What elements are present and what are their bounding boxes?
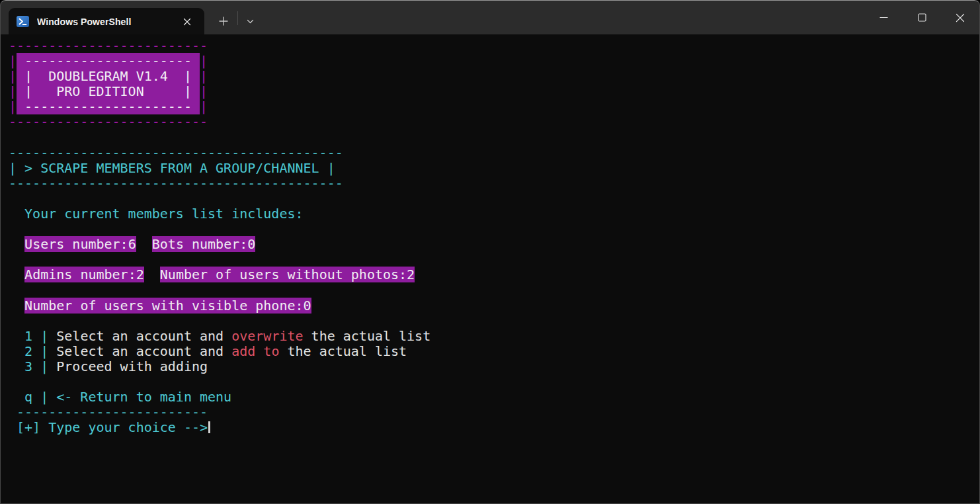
terminal-text-segment: | (9, 53, 17, 69)
terminal-output: -------------------------| -------------… (9, 38, 979, 435)
close-icon (183, 18, 191, 26)
terminal-text-segment: Bots number:0 (152, 236, 256, 252)
tabbar-separator (237, 11, 238, 25)
terminal-text-segment: | PRO EDITION | (17, 83, 200, 99)
terminal-text-segment: the actual list (279, 343, 407, 359)
members-list-heading: Your current members list includes: (9, 206, 979, 222)
banner-border-top: ------------------------- (9, 38, 979, 54)
terminal-text-segment: ------------------------- (9, 114, 208, 130)
terminal-text-segment: ------------------------- (9, 38, 208, 54)
header-border: ----------------------------------------… (9, 146, 979, 161)
tab-dropdown-button[interactable] (241, 12, 259, 30)
terminal-text-segment: 2 | (24, 343, 48, 359)
terminal-text-segment: Admins number:2 (24, 267, 144, 282)
close-icon (956, 13, 965, 22)
header-title: | > SCRAPE MEMBERS FROM A GROUP/CHANNEL … (9, 161, 979, 176)
terminal-text-segment: ------------------------ (9, 404, 208, 420)
menu-option-q: q | <- Return to main menu (9, 390, 979, 405)
blank-line (9, 130, 979, 146)
terminal-text-segment: [+] Type your choice --> (9, 419, 208, 435)
banner-title: | | DOUBLEGRAM V1.4 | | (9, 69, 979, 84)
blank-line (9, 283, 979, 298)
tab-close-button[interactable] (178, 13, 196, 31)
terminal-text-segment: ----------------------------------------… (9, 145, 343, 161)
maximize-button[interactable] (903, 1, 941, 34)
terminal-text-segment (9, 328, 24, 344)
terminal-text-segment: overwrite (231, 328, 303, 344)
stats-admins-photos: Admins number:2 Number of users without … (9, 267, 979, 282)
terminal-text-segment: | > SCRAPE MEMBERS FROM A GROUP/CHANNEL … (9, 160, 335, 176)
terminal-text-segment (136, 236, 152, 252)
blank-line (9, 252, 979, 267)
terminal[interactable]: -------------------------| -------------… (1, 34, 979, 503)
chevron-down-icon (246, 17, 255, 26)
new-tab-button[interactable] (214, 12, 233, 30)
terminal-text-segment: Number of users with visible phone:0 (24, 298, 311, 314)
menu-option-3: 3 | Proceed with adding (9, 359, 979, 374)
prompt-line: [+] Type your choice --> (9, 420, 979, 435)
terminal-text-segment: Your current members list includes: (9, 206, 304, 222)
stats-phone: Number of users with visible phone:0 (9, 298, 979, 314)
banner-row: | --------------------- | (9, 99, 979, 114)
terminal-text-segment: | (200, 53, 208, 69)
menu-option-2: 2 | Select an account and add to the act… (9, 344, 979, 359)
terminal-text-segment: | (9, 99, 17, 114)
terminal-text-segment: Number of users without photos:2 (160, 267, 415, 282)
blank-line (9, 191, 979, 206)
window-controls (864, 1, 979, 34)
maximize-icon (918, 13, 926, 22)
blank-line (9, 222, 979, 237)
terminal-window: Windows PowerShell (0, 0, 980, 504)
terminal-text-segment: Users number:6 (24, 236, 136, 252)
terminal-text-segment (9, 358, 24, 374)
terminal-text-segment (144, 267, 160, 282)
text-cursor (208, 421, 210, 433)
plus-icon (219, 17, 228, 26)
terminal-text-segment: | (200, 83, 208, 99)
terminal-text-segment: | DOUBLEGRAM V1.4 | (17, 68, 200, 84)
terminal-text-segment (9, 298, 24, 314)
terminal-text-segment: | (9, 68, 17, 84)
terminal-text-segment: --------------------- (17, 53, 200, 69)
terminal-text-segment: add to (231, 343, 279, 359)
title-bar: Windows PowerShell (1, 0, 979, 34)
header-border: ----------------------------------------… (9, 176, 979, 191)
terminal-text-segment: 1 | (24, 328, 48, 344)
banner-border-bottom: ------------------------- (9, 114, 979, 130)
terminal-text-segment: | (9, 83, 17, 99)
tab-windows-powershell[interactable]: Windows PowerShell (9, 8, 204, 35)
terminal-text-segment: 3 | (24, 358, 48, 374)
terminal-text-segment: | (200, 99, 208, 114)
menu-option-1: 1 | Select an account and overwrite the … (9, 329, 979, 344)
terminal-text-segment: q | <- Return to main menu (9, 389, 231, 405)
minimize-icon (879, 13, 888, 22)
blank-line (9, 314, 979, 329)
terminal-text-segment (9, 236, 24, 252)
terminal-text-segment: Select an account and (48, 328, 231, 344)
terminal-text-segment: Select an account and (48, 343, 231, 359)
terminal-text-segment (9, 343, 24, 359)
tab-title: Windows PowerShell (37, 17, 178, 27)
terminal-text-segment: the actual list (304, 328, 431, 344)
blank-line (9, 374, 979, 390)
terminal-text-segment: | (200, 68, 208, 84)
terminal-text-segment (9, 267, 24, 282)
close-button[interactable] (941, 1, 979, 34)
minimize-button[interactable] (864, 1, 903, 34)
banner-subtitle: | | PRO EDITION | | (9, 84, 979, 99)
stats-users-bots: Users number:6 Bots number:0 (9, 237, 979, 252)
terminal-text-segment: ----------------------------------------… (9, 175, 343, 191)
prompt-divider: ------------------------ (9, 405, 979, 420)
terminal-text-segment: Proceed with adding (48, 358, 208, 374)
banner-row: | --------------------- | (9, 54, 979, 69)
powershell-icon (17, 16, 29, 27)
terminal-text-segment: --------------------- (17, 99, 200, 114)
